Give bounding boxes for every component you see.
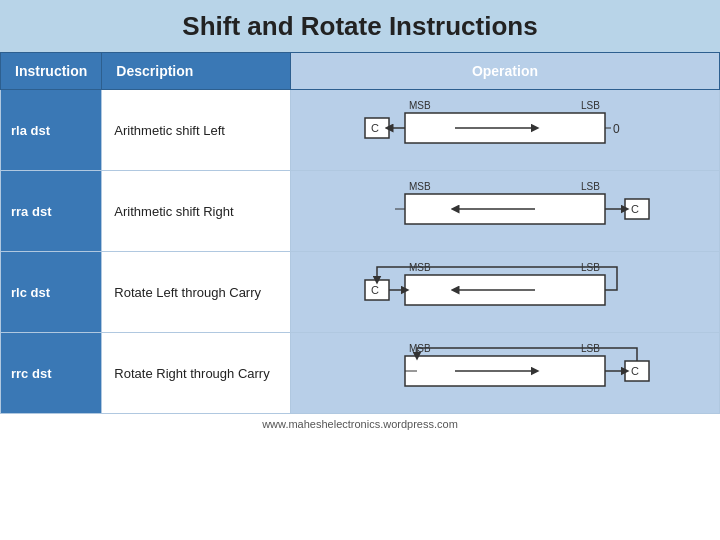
description-cell: Rotate Right through Carry xyxy=(102,333,291,414)
svg-text:LSB: LSB xyxy=(581,181,600,192)
instructions-table: Instruction Description Operation rla ds… xyxy=(0,52,720,414)
svg-text:MSB: MSB xyxy=(409,181,431,192)
table-row: rrc dstRotate Right through CarryMSBLSBC xyxy=(1,333,720,414)
svg-text:C: C xyxy=(371,122,379,134)
table-row: rra dstArithmetic shift RightMSBLSBC xyxy=(1,171,720,252)
svg-text:LSB: LSB xyxy=(581,100,600,111)
instruction-cell: rla dst xyxy=(1,90,102,171)
header-operation: Operation xyxy=(290,53,719,90)
footer-text: www.maheshelectronics.wordpress.com xyxy=(0,414,720,432)
instruction-cell: rrc dst xyxy=(1,333,102,414)
table-row: rla dstArithmetic shift LeftMSBLSBC0 xyxy=(1,90,720,171)
description-cell: Arithmetic shift Right xyxy=(102,171,291,252)
operation-cell: MSBLSBC0 xyxy=(290,90,719,171)
table-header: Instruction Description Operation xyxy=(1,53,720,90)
instruction-cell: rlc dst xyxy=(1,252,102,333)
operation-cell: MSBLSBC xyxy=(290,171,719,252)
svg-text:MSB: MSB xyxy=(409,100,431,111)
header-instruction: Instruction xyxy=(1,53,102,90)
operation-cell: MSBLSBC xyxy=(290,333,719,414)
page-title: Shift and Rotate Instructions xyxy=(0,0,720,52)
header-description: Description xyxy=(102,53,291,90)
svg-text:C: C xyxy=(371,284,379,296)
svg-text:C: C xyxy=(631,365,639,377)
svg-text:0: 0 xyxy=(613,122,620,136)
description-cell: Rotate Left through Carry xyxy=(102,252,291,333)
description-cell: Arithmetic shift Left xyxy=(102,90,291,171)
instruction-cell: rra dst xyxy=(1,171,102,252)
svg-text:C: C xyxy=(631,203,639,215)
operation-cell: MSBLSBC xyxy=(290,252,719,333)
table-row: rlc dstRotate Left through CarryMSBLSBC xyxy=(1,252,720,333)
